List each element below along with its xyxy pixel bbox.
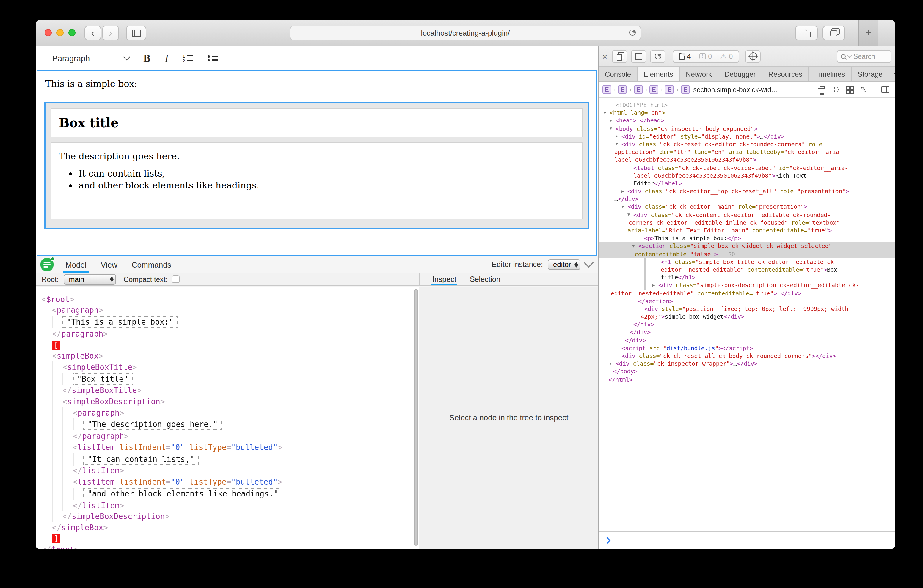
tab-inspect[interactable]: Inspect (425, 273, 463, 286)
share-button[interactable] (795, 26, 818, 40)
dom-tree-line[interactable]: ▼<div class="ck ck-reset ck-editor ck-ro… (599, 140, 895, 148)
breadcrumb-element-badge[interactable]: E (681, 85, 690, 94)
model-text-node[interactable]: "It can contain lists," (83, 453, 199, 465)
element-picker-button[interactable] (745, 50, 760, 63)
model-tree-line[interactable]: <simpleBoxDescription> (42, 396, 419, 407)
compact-text-checkbox[interactable] (172, 275, 179, 283)
dom-tree-line[interactable]: ▼<section class="simple-box ck-widget ck… (599, 242, 895, 250)
list-item[interactable]: It can contain lists, (79, 168, 582, 179)
model-tree-line[interactable]: <listItem listIndent="0" listType="bulle… (42, 442, 419, 453)
dom-tree-line[interactable]: aria-label="Rich Text Editor, main" cont… (599, 227, 895, 234)
model-tree-line[interactable]: <simpleBoxTitle> (42, 361, 419, 373)
expanded-arrow-icon[interactable]: ▼ (609, 125, 612, 133)
model-tree-line[interactable]: </$root> (42, 544, 419, 549)
model-tree-line[interactable]: </simpleBox> (42, 522, 419, 533)
collapsed-arrow-icon[interactable]: ▶ (652, 282, 655, 289)
dom-tree-line[interactable]: </div> (599, 336, 895, 344)
dom-tree-line[interactable]: title</h1> (599, 273, 895, 281)
dom-tree-line[interactable]: <div class="ck ck-reset_all ck-body ck-r… (599, 352, 895, 360)
dom-tree-line[interactable]: <script src="dist/bundle.js"></script> (599, 344, 895, 352)
model-text-node[interactable]: "This is a simple box:" (62, 316, 178, 328)
collapsed-arrow-icon[interactable]: ▶ (609, 117, 612, 125)
tab-commands[interactable]: Commands (125, 256, 178, 273)
tab-view[interactable]: View (94, 256, 125, 273)
model-tree-line[interactable]: <listItem listIndent="0" listType="bulle… (42, 476, 419, 487)
dom-tree-line[interactable]: </div> (599, 328, 895, 336)
tab-console[interactable]: Console (599, 67, 637, 81)
tab-resources[interactable]: Resources (762, 67, 809, 81)
model-tree-line[interactable]: "and other block elements like headings.… (42, 487, 419, 500)
dom-tree-line[interactable]: contenteditable="false"> = $0 (599, 250, 895, 258)
dom-tree-line[interactable]: corners ck-editor__editable_inline ck-fo… (599, 219, 895, 227)
simple-box-description-field[interactable]: The description goes here. It can contai… (51, 142, 583, 219)
editor-paragraph[interactable]: This is a simple box: (45, 79, 596, 89)
root-select[interactable]: main (63, 274, 116, 284)
model-tree-line[interactable]: </paragraph> (42, 328, 419, 339)
simple-box-title-field[interactable]: Box title (51, 108, 583, 137)
show-source-icon[interactable]: ⟨⟩ (833, 85, 839, 94)
model-tree-line[interactable]: </paragraph> (42, 431, 419, 442)
model-tree-line[interactable]: </simpleBoxDescription> (42, 511, 419, 522)
grid-overlay-icon[interactable] (846, 86, 853, 93)
breadcrumb-selected-node[interactable]: section.simple-box.ck-wid… (693, 86, 778, 93)
numbered-list-button[interactable]: 1 2 (182, 54, 193, 62)
quick-console[interactable] (599, 531, 895, 549)
collapse-inspector-icon[interactable] (584, 258, 594, 268)
model-tree-line[interactable]: </listItem> (42, 500, 419, 511)
tab-storage[interactable]: Storage (852, 67, 889, 81)
dom-tree-line[interactable]: ▶<div class="ck-inspector-wrapper">…</di… (599, 360, 895, 368)
sidebar-toggle-button[interactable] (126, 26, 146, 40)
dom-tree-line[interactable]: ▼<body class="ck-inspector-body-expanded… (599, 125, 895, 132)
dom-tree-line[interactable]: label_e63cbbfece34c53ce23501062343f49b8"… (599, 156, 895, 164)
forward-button[interactable]: › (102, 26, 119, 40)
model-text-node[interactable]: "The description goes here." (83, 419, 222, 430)
dom-tree-line[interactable]: "application" dir="ltr" lang="en" aria-l… (599, 148, 895, 156)
breadcrumb-element-badge[interactable]: E (665, 85, 674, 94)
dom-tree-line[interactable]: editor__nested-editable" contenteditable… (599, 289, 895, 297)
devtools-search-field[interactable]: Search (837, 50, 892, 63)
list-item[interactable]: and other block elements like headings. (79, 180, 582, 191)
dom-tree-line[interactable]: editor__nested-editable" contenteditable… (599, 266, 895, 273)
reload-button[interactable] (629, 29, 636, 38)
model-text-node[interactable]: "Box title" (73, 373, 132, 384)
rich-text-editor[interactable]: This is a simple box: Box title The desc… (37, 70, 596, 256)
model-tree-line[interactable]: [ (42, 340, 419, 350)
breadcrumb-element-badge[interactable]: E (649, 85, 659, 94)
close-window-button[interactable] (44, 29, 52, 36)
expanded-arrow-icon[interactable]: ▼ (621, 203, 624, 211)
model-tree-line[interactable]: ] (42, 533, 419, 544)
dom-tree-line[interactable]: <!DOCTYPE html> (599, 101, 895, 109)
tab-elements[interactable]: Elements (637, 67, 680, 81)
model-tree-line[interactable]: "It can contain lists," (42, 453, 419, 465)
dom-tree-line[interactable]: <h1 class="simple-box-title ck-editor__e… (599, 258, 895, 266)
expanded-arrow-icon[interactable]: ▼ (632, 243, 635, 250)
model-tree-scrollbar[interactable] (414, 289, 419, 546)
model-tree-line[interactable]: </simpleBoxTitle> (42, 385, 419, 396)
back-button[interactable]: ‹ (84, 26, 101, 40)
dom-tree-line[interactable]: Editor</label> (599, 179, 895, 187)
dock-side-button[interactable] (631, 50, 647, 63)
dom-tree-line[interactable]: …</div> (599, 195, 895, 203)
issues-summary[interactable]: 4 !0 ⚠0 (673, 50, 739, 63)
close-devtools-button[interactable]: × (603, 51, 607, 61)
print-styles-icon[interactable] (818, 88, 826, 93)
simple-box-widget[interactable]: Box title The description goes here. It … (44, 102, 590, 230)
tab-overflow-button[interactable]: » (889, 67, 895, 81)
paragraph-dropdown[interactable]: Paragraph (53, 54, 129, 63)
dom-tree-line[interactable]: <div style="position: fixed; top: 0px; l… (599, 305, 895, 313)
detach-devtools-button[interactable] (612, 50, 627, 63)
dom-tree-line[interactable]: ▶<head>…</head> (599, 117, 895, 125)
collapsed-arrow-icon[interactable]: ▶ (616, 133, 618, 141)
tab-selection[interactable]: Selection (463, 273, 507, 286)
expanded-arrow-icon[interactable]: ▼ (627, 211, 630, 219)
bulleted-list-button[interactable] (207, 55, 217, 61)
dom-tree-line[interactable]: ▶<div id="editor" style="display: none;"… (599, 133, 895, 140)
model-tree-line[interactable]: "The description goes here." (42, 418, 419, 431)
breadcrumb-element-badge[interactable]: E (618, 85, 627, 94)
collapsed-arrow-icon[interactable]: ▶ (621, 187, 624, 195)
model-tree-pane[interactable]: <$root><paragraph>"This is a simple box:… (36, 287, 419, 549)
collapsed-arrow-icon[interactable]: ▶ (609, 360, 612, 368)
reload-page-button[interactable] (650, 50, 665, 63)
dom-tree-line[interactable]: ▶<div class="ck ck-editor__top ck-reset_… (599, 187, 895, 195)
dom-tree-line[interactable]: ▼<html lang="en"> (599, 109, 895, 117)
